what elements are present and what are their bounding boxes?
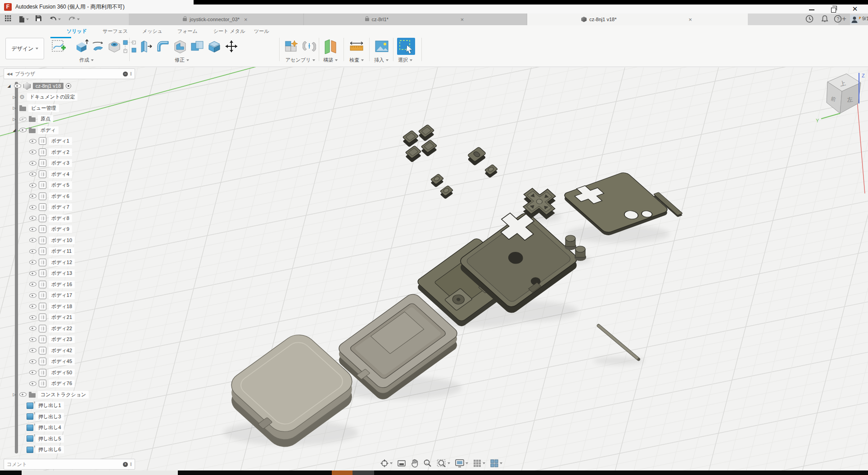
- collapse-browser-icon[interactable]: ◀◀: [7, 72, 12, 76]
- tree-body-item[interactable]: ボディ50: [6, 367, 141, 378]
- tree-item-label[interactable]: ボディ9: [49, 225, 72, 233]
- group-select-label[interactable]: 選択: [398, 57, 412, 63]
- orbit-icon[interactable]: [380, 459, 393, 468]
- panel-grip[interactable]: ‖: [130, 72, 132, 76]
- tree-body-item[interactable]: ボディ16: [6, 279, 141, 290]
- visibility-eye-icon[interactable]: [29, 315, 36, 320]
- display-settings-icon[interactable]: [455, 459, 468, 468]
- tree-body-item[interactable]: ボディ22: [6, 323, 141, 334]
- tree-bodies-folder[interactable]: ◢ボディ: [6, 125, 141, 136]
- tab-close-icon[interactable]: ×: [459, 16, 466, 23]
- tree-item-label[interactable]: ドキュメントの設定: [27, 93, 78, 101]
- tree-document-settings[interactable]: ▷⚙ドキュメントの設定: [6, 92, 141, 103]
- tree-extrude-item[interactable]: 押し出し4: [6, 422, 141, 434]
- visibility-eye-icon[interactable]: [29, 282, 36, 287]
- new-component-icon[interactable]: [284, 39, 300, 54]
- tree-item-label[interactable]: ボディ13: [49, 269, 75, 277]
- group-insert-label[interactable]: 挿入: [374, 57, 389, 63]
- ribbon-tab-tools[interactable]: ツール: [251, 27, 272, 36]
- visibility-eye-icon[interactable]: [29, 161, 36, 166]
- ribbon-tab-surface[interactable]: サーフェス: [100, 27, 131, 36]
- joint-icon[interactable]: [303, 39, 315, 54]
- extensions-clock-icon[interactable]: [805, 15, 814, 24]
- tree-item-label[interactable]: ボディ5: [49, 181, 72, 189]
- visibility-eye-icon[interactable]: [29, 304, 36, 309]
- tree-body-item[interactable]: ボディ11: [6, 246, 141, 257]
- visibility-eye-icon[interactable]: [29, 260, 36, 264]
- tree-item-label[interactable]: ボディ7: [49, 203, 72, 211]
- group-create-label[interactable]: 作成: [79, 57, 94, 63]
- tree-item-label[interactable]: コンストラクション: [38, 391, 89, 399]
- tree-body-item[interactable]: ボディ6: [6, 191, 141, 202]
- tree-body-item[interactable]: ボディ10: [6, 235, 141, 246]
- part-slot-button[interactable]: [467, 147, 486, 166]
- browser-remove-icon[interactable]: −: [123, 72, 128, 76]
- group-assembly-label[interactable]: アセンブリ: [285, 57, 315, 63]
- tree-item-label[interactable]: ボディ4: [49, 170, 72, 178]
- visibility-eye-icon[interactable]: [14, 84, 21, 88]
- tree-view-management[interactable]: ▷ビュー管理: [6, 103, 141, 114]
- tree-item-label[interactable]: ボディ2: [49, 148, 72, 156]
- create-sketch-icon[interactable]: [50, 39, 67, 54]
- visibility-eye-off-icon[interactable]: [19, 117, 27, 121]
- comment-bar[interactable]: コメント +‖: [4, 459, 135, 470]
- tree-item-label[interactable]: ボディ3: [49, 159, 72, 167]
- tree-body-item[interactable]: ボディ21: [6, 312, 141, 323]
- tree-body-item[interactable]: ボディ9: [6, 224, 141, 235]
- tree-item-label[interactable]: ボディ23: [49, 336, 75, 343]
- part-small-buttons[interactable]: [430, 164, 497, 199]
- visibility-eye-icon[interactable]: [29, 139, 36, 143]
- tree-body-item[interactable]: ボディ18: [6, 301, 141, 312]
- expander-open-icon[interactable]: ◢: [6, 84, 12, 88]
- tree-body-item[interactable]: ボディ17: [6, 290, 141, 301]
- browser-panel-header[interactable]: ◀◀ ブラウザ −‖: [4, 68, 135, 79]
- ribbon-tab-form[interactable]: フォーム: [175, 27, 200, 36]
- tree-body-item[interactable]: ボディ5: [6, 180, 141, 191]
- visibility-eye-icon[interactable]: [29, 348, 36, 353]
- app-grid-icon[interactable]: [5, 15, 12, 24]
- fillet-icon[interactable]: [155, 39, 171, 54]
- visibility-eye-icon[interactable]: [29, 359, 36, 364]
- tree-extrude-item[interactable]: 押し出し6: [6, 444, 141, 456]
- combine-icon[interactable]: [189, 39, 205, 54]
- visibility-eye-icon[interactable]: [29, 216, 36, 220]
- close-button[interactable]: ✕: [848, 5, 862, 13]
- pattern-icon[interactable]: [122, 39, 138, 54]
- help-icon[interactable]: ?: [834, 15, 843, 24]
- tree-item-label[interactable]: ボディ22: [49, 325, 75, 332]
- tree-body-item[interactable]: ボディ42: [6, 345, 141, 356]
- tree-item-label[interactable]: ボディ11: [49, 247, 74, 255]
- tree-item-label[interactable]: ボディ45: [49, 358, 75, 365]
- add-comment-icon[interactable]: +: [123, 462, 128, 467]
- look-at-icon[interactable]: [397, 459, 406, 467]
- tree-body-item[interactable]: ボディ4: [6, 169, 141, 180]
- tab-close-icon[interactable]: ×: [687, 16, 694, 23]
- tree-item-label[interactable]: ボディ6: [49, 193, 72, 200]
- tree-body-item[interactable]: ボディ1: [6, 136, 141, 147]
- notifications-bell-icon[interactable]: [821, 15, 830, 24]
- visibility-eye-icon[interactable]: [19, 128, 27, 132]
- tree-item-label[interactable]: ボディ12: [49, 259, 75, 266]
- group-modify-label[interactable]: 修正: [175, 57, 189, 63]
- redo-button[interactable]: [68, 15, 80, 24]
- shell-icon[interactable]: [172, 39, 188, 54]
- tree-item-label[interactable]: ボディ17: [49, 291, 75, 299]
- tree-item-label[interactable]: ボディ76: [49, 380, 75, 387]
- tree-item-label[interactable]: 押し出し5: [36, 435, 64, 443]
- visibility-eye-icon[interactable]: [29, 271, 36, 276]
- tree-item-label[interactable]: ボディ18: [49, 303, 75, 310]
- visibility-eye-icon[interactable]: [29, 194, 36, 198]
- tree-item-label[interactable]: 押し出し3: [36, 413, 64, 421]
- restore-button[interactable]: [827, 5, 840, 13]
- panel-grip[interactable]: ‖: [130, 462, 132, 467]
- visibility-eye-icon[interactable]: [29, 337, 36, 342]
- hole-icon[interactable]: [106, 39, 122, 54]
- revolve-icon[interactable]: [90, 39, 106, 54]
- tree-item-label[interactable]: 原点: [38, 115, 53, 123]
- file-menu-button[interactable]: [19, 15, 29, 24]
- tab-cz-8nj1-active[interactable]: cz-8nj1 v18* ×: [527, 13, 748, 25]
- expander-closed-icon[interactable]: ▷: [12, 392, 17, 397]
- tree-body-item[interactable]: ボディ13: [6, 268, 141, 279]
- tree-item-label[interactable]: ボディ1: [49, 137, 72, 145]
- tab-cz-8rl1[interactable]: cz-8rl1* ×: [304, 13, 527, 25]
